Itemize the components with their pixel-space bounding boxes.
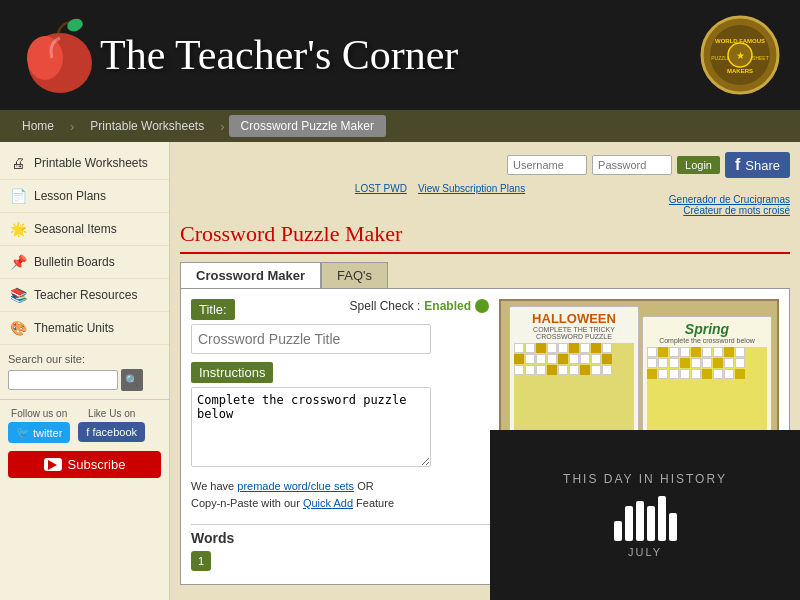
preview-card1-title: HALLOWEEN bbox=[514, 311, 634, 326]
spanish-link-1[interactable]: Generador de Crucigramas bbox=[180, 194, 790, 205]
svg-text:MAKERS: MAKERS bbox=[727, 68, 753, 74]
preview-card1-subtitle: COMPLETE THE TRICKY CROSSWORD PUZZLE bbox=[514, 326, 634, 340]
login-row: Login f Share bbox=[180, 152, 790, 178]
facebook-box: Like Us on f facebook bbox=[78, 408, 145, 443]
copy-paste-text: Copy-n-Paste with our Quick Add Feature bbox=[191, 497, 489, 509]
nav-bar: Home › Printable Worksheets › Crossword … bbox=[0, 110, 800, 142]
nav-home[interactable]: Home bbox=[10, 115, 66, 137]
tab-crossword-maker[interactable]: Crossword Maker bbox=[180, 262, 321, 288]
facebook-button[interactable]: f facebook bbox=[78, 422, 145, 442]
search-input[interactable] bbox=[8, 370, 118, 390]
spell-check-status: Enabled bbox=[424, 299, 471, 313]
sidebar-item-lesson-plans[interactable]: 📄 Lesson Plans bbox=[0, 180, 169, 213]
nav-crossword[interactable]: Crossword Puzzle Maker bbox=[229, 115, 386, 137]
lost-pwd-link[interactable]: LOST PWD bbox=[355, 183, 407, 194]
play-bars bbox=[614, 496, 677, 541]
search-button[interactable]: 🔍 bbox=[121, 369, 143, 391]
like-label: Like Us on bbox=[88, 408, 135, 419]
title-label: Title: bbox=[191, 299, 235, 320]
bar-1 bbox=[614, 521, 622, 541]
twitter-box: Follow us on 🐦 twitter bbox=[8, 408, 70, 443]
bulletin-icon: 📌 bbox=[8, 253, 28, 271]
follow-like-row: Follow us on 🐦 twitter Like Us on f face… bbox=[8, 408, 161, 443]
video-overlay: THIS DAY IN HISTORY JULY bbox=[490, 430, 800, 600]
spanish-link-2[interactable]: Créateur de mots croisé bbox=[180, 205, 790, 216]
preview-card2-title: Spring bbox=[647, 321, 767, 337]
content-area: Login f Share LOST PWD View Subscription… bbox=[170, 142, 800, 600]
subscription-link-row: LOST PWD View Subscription Plans bbox=[180, 183, 700, 194]
share-button[interactable]: f Share bbox=[725, 152, 790, 178]
svg-point-1 bbox=[27, 36, 63, 80]
sidebar-item-thematic-units[interactable]: 🎨 Thematic Units bbox=[0, 312, 169, 345]
subscription-link[interactable]: View Subscription Plans bbox=[418, 183, 525, 194]
bar-2 bbox=[625, 506, 633, 541]
premade-text: We have premade word/clue sets OR bbox=[191, 480, 489, 492]
svg-point-2 bbox=[65, 16, 84, 33]
instructions-label: Instructions bbox=[191, 362, 273, 383]
seasonal-icon: 🌟 bbox=[8, 220, 28, 238]
sidebar-item-bulletin-boards[interactable]: 📌 Bulletin Boards bbox=[0, 246, 169, 279]
search-section: Search our site: 🔍 bbox=[0, 345, 169, 400]
site-title: The Teacher's Corner bbox=[100, 31, 700, 79]
bar-4 bbox=[647, 506, 655, 541]
facebook-f-icon: f bbox=[735, 156, 740, 174]
search-row: 🔍 bbox=[8, 369, 161, 391]
title-input[interactable] bbox=[191, 324, 431, 354]
printer-icon: 🖨 bbox=[8, 154, 28, 172]
preview-card2-subtitle: Complete the crossword below bbox=[647, 337, 767, 344]
main-layout: 🖨 Printable Worksheets 📄 Lesson Plans 🌟 … bbox=[0, 142, 800, 600]
page-title: Crossword Puzzle Maker bbox=[180, 221, 790, 254]
spell-check-row: Spell Check : Enabled bbox=[350, 299, 489, 313]
instructions-textarea[interactable]: Complete the crossword puzzle below bbox=[191, 387, 431, 467]
nav-worksheets[interactable]: Printable Worksheets bbox=[78, 115, 216, 137]
bar-5 bbox=[658, 496, 666, 541]
sidebar-item-seasonal-items[interactable]: 🌟 Seasonal Items bbox=[0, 213, 169, 246]
title-section: Title: Spell Check : Enabled bbox=[191, 299, 489, 354]
sidebar: 🖨 Printable Worksheets 📄 Lesson Plans 🌟 … bbox=[0, 142, 170, 600]
password-input[interactable] bbox=[592, 155, 672, 175]
tab-faqs[interactable]: FAQ's bbox=[321, 262, 388, 288]
youtube-icon bbox=[44, 458, 62, 471]
instructions-section: Instructions Complete the crossword puzz… bbox=[191, 362, 489, 470]
twitter-bird-icon: 🐦 bbox=[16, 426, 30, 439]
spell-check-text: Spell Check : bbox=[350, 299, 421, 313]
follow-label: Follow us on bbox=[11, 408, 67, 419]
sidebar-item-printable-worksheets[interactable]: 🖨 Printable Worksheets bbox=[0, 147, 169, 180]
site-header: The Teacher's Corner WORLD FAMOUS PUZZLE… bbox=[0, 0, 800, 110]
resources-icon: 📚 bbox=[8, 286, 28, 304]
social-section: Follow us on 🐦 twitter Like Us on f face… bbox=[0, 400, 169, 486]
spell-check-indicator bbox=[475, 299, 489, 313]
bar-3 bbox=[636, 501, 644, 541]
thematic-icon: 🎨 bbox=[8, 319, 28, 337]
apple-logo bbox=[20, 13, 100, 98]
username-input[interactable] bbox=[507, 155, 587, 175]
quick-add-link[interactable]: Quick Add bbox=[303, 497, 353, 509]
video-title: THIS DAY IN HISTORY bbox=[563, 472, 727, 486]
login-button[interactable]: Login bbox=[677, 156, 720, 174]
tabs: Crossword Maker FAQ's bbox=[180, 262, 790, 288]
subscribe-button[interactable]: Subscribe bbox=[8, 451, 161, 478]
spanish-links: Generador de Crucigramas Créateur de mot… bbox=[180, 194, 790, 216]
badge-logo: WORLD FAMOUS PUZZLE & WORKSHEET MAKERS ★ bbox=[700, 15, 780, 95]
facebook-icon: f bbox=[86, 426, 89, 438]
premade-link[interactable]: premade word/clue sets bbox=[237, 480, 354, 492]
search-label: Search our site: bbox=[8, 353, 161, 365]
sidebar-item-teacher-resources[interactable]: 📚 Teacher Resources bbox=[0, 279, 169, 312]
twitter-button[interactable]: 🐦 twitter bbox=[8, 422, 70, 443]
bar-6 bbox=[669, 513, 677, 541]
svg-text:★: ★ bbox=[736, 50, 745, 61]
word-number-1: 1 bbox=[191, 551, 211, 571]
video-date: JULY bbox=[628, 546, 662, 558]
lesson-icon: 📄 bbox=[8, 187, 28, 205]
play-icon-area[interactable] bbox=[614, 496, 677, 541]
